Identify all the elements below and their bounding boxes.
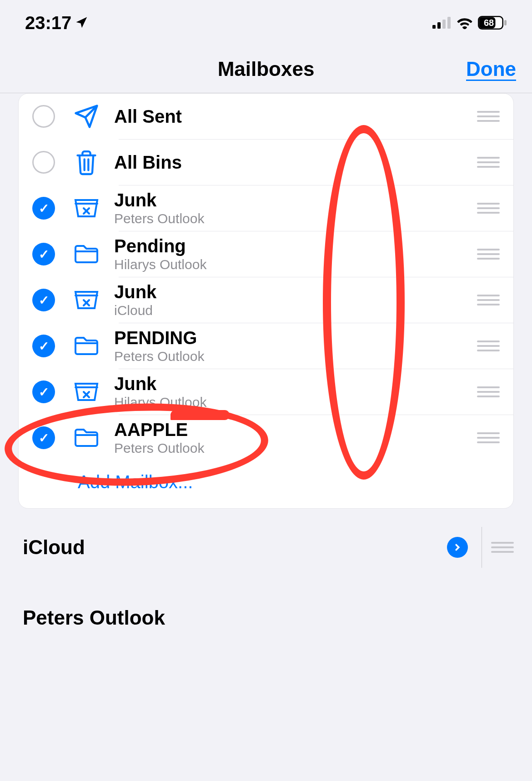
drag-handle-icon[interactable] bbox=[491, 542, 514, 553]
vertical-divider bbox=[482, 527, 482, 568]
add-mailbox-link[interactable]: Add Mailbox... bbox=[78, 472, 193, 492]
row-text: PENDING Peters Outlook bbox=[114, 328, 477, 364]
drag-handle-icon[interactable] bbox=[477, 432, 500, 443]
row-sublabel: Hilarys Outlook bbox=[114, 257, 477, 272]
row-text: All Sent bbox=[114, 106, 477, 126]
row-sublabel: Peters Outlook bbox=[114, 211, 477, 226]
folder-icon bbox=[72, 240, 100, 268]
svg-rect-1 bbox=[437, 22, 441, 29]
row-sublabel: Peters Outlook bbox=[114, 349, 477, 364]
mailbox-list: All Sent All Bins ✓ bbox=[18, 93, 514, 509]
row-label: Junk bbox=[114, 190, 477, 210]
nav-header: Mailboxes Done bbox=[0, 45, 532, 93]
drag-handle-icon[interactable] bbox=[477, 386, 500, 397]
svg-text:68: 68 bbox=[484, 18, 494, 28]
row-sublabel: iCloud bbox=[114, 303, 477, 318]
mailbox-row-all-sent[interactable]: All Sent bbox=[19, 94, 513, 139]
mailbox-row-pending-hilarys[interactable]: ✓ Pending Hilarys Outlook bbox=[19, 231, 513, 277]
done-button[interactable]: Done bbox=[466, 58, 516, 80]
drag-handle-icon[interactable] bbox=[477, 157, 500, 168]
row-text: Pending Hilarys Outlook bbox=[114, 236, 477, 272]
add-mailbox-row[interactable]: Add Mailbox... bbox=[19, 461, 513, 508]
drag-handle-icon[interactable] bbox=[477, 295, 500, 305]
drag-handle-icon[interactable] bbox=[477, 203, 500, 214]
checkbox[interactable]: ✓ bbox=[32, 197, 55, 220]
account-name: Peters Outlook bbox=[23, 606, 514, 629]
status-bar: 23:17 68 bbox=[0, 0, 532, 45]
checkbox[interactable]: ✓ bbox=[32, 380, 55, 403]
nav-title: Mailboxes bbox=[218, 58, 315, 80]
mailbox-row-pending-peters[interactable]: ✓ PENDING Peters Outlook bbox=[19, 323, 513, 369]
account-row-icloud[interactable]: iCloud bbox=[0, 509, 532, 579]
checkbox[interactable]: ✓ bbox=[32, 289, 55, 311]
row-text: Junk Peters Outlook bbox=[114, 190, 477, 226]
battery-icon: 68 bbox=[478, 16, 507, 30]
checkbox[interactable]: ✓ bbox=[32, 243, 55, 265]
wifi-icon bbox=[456, 16, 473, 29]
send-icon bbox=[72, 102, 100, 130]
folder-icon bbox=[72, 424, 100, 452]
junk-icon bbox=[72, 378, 100, 406]
status-left: 23:17 bbox=[25, 13, 89, 33]
mailbox-row-junk-icloud[interactable]: ✓ Junk iCloud bbox=[19, 277, 513, 323]
chevron-right-icon[interactable] bbox=[447, 537, 468, 558]
checkbox[interactable] bbox=[32, 151, 55, 174]
svg-rect-2 bbox=[442, 20, 446, 29]
row-label: Pending bbox=[114, 236, 477, 256]
row-label: Junk bbox=[114, 282, 477, 302]
row-text: AAPPLE Peters Outlook bbox=[114, 420, 477, 456]
account-name: iCloud bbox=[23, 536, 447, 559]
junk-icon bbox=[72, 194, 100, 222]
row-label: AAPPLE bbox=[114, 420, 477, 440]
drag-handle-icon[interactable] bbox=[477, 340, 500, 351]
row-label: PENDING bbox=[114, 328, 477, 348]
row-label: Junk bbox=[114, 374, 477, 394]
row-label: All Sent bbox=[114, 106, 477, 126]
status-time: 23:17 bbox=[25, 13, 71, 33]
checkbox[interactable]: ✓ bbox=[32, 335, 55, 357]
svg-rect-0 bbox=[432, 25, 436, 29]
mailbox-row-junk-hilarys[interactable]: ✓ Junk Hilarys Outlook bbox=[19, 369, 513, 415]
signal-icon bbox=[432, 17, 452, 29]
row-label: All Bins bbox=[114, 152, 477, 172]
mailbox-row-junk-peters[interactable]: ✓ Junk Peters Outlook bbox=[19, 185, 513, 231]
row-text: Junk iCloud bbox=[114, 282, 477, 318]
drag-handle-icon[interactable] bbox=[477, 111, 500, 122]
trash-icon bbox=[72, 148, 100, 176]
checkbox[interactable] bbox=[32, 105, 55, 128]
location-icon bbox=[75, 16, 89, 30]
junk-icon bbox=[72, 286, 100, 314]
checkbox[interactable]: ✓ bbox=[32, 426, 55, 449]
row-text: Junk Hilarys Outlook bbox=[114, 374, 477, 410]
status-right: 68 bbox=[432, 16, 507, 30]
mailbox-row-aapple[interactable]: ✓ AAPPLE Peters Outlook bbox=[19, 415, 513, 461]
row-text: All Bins bbox=[114, 152, 477, 172]
mailbox-row-all-bins[interactable]: All Bins bbox=[19, 140, 513, 185]
drag-handle-icon[interactable] bbox=[477, 249, 500, 260]
row-sublabel: Hilarys Outlook bbox=[114, 395, 477, 410]
svg-rect-3 bbox=[447, 17, 451, 29]
account-row-peters-outlook[interactable]: Peters Outlook bbox=[0, 579, 532, 641]
svg-rect-7 bbox=[504, 20, 507, 25]
row-sublabel: Peters Outlook bbox=[114, 441, 477, 456]
folder-icon bbox=[72, 332, 100, 360]
